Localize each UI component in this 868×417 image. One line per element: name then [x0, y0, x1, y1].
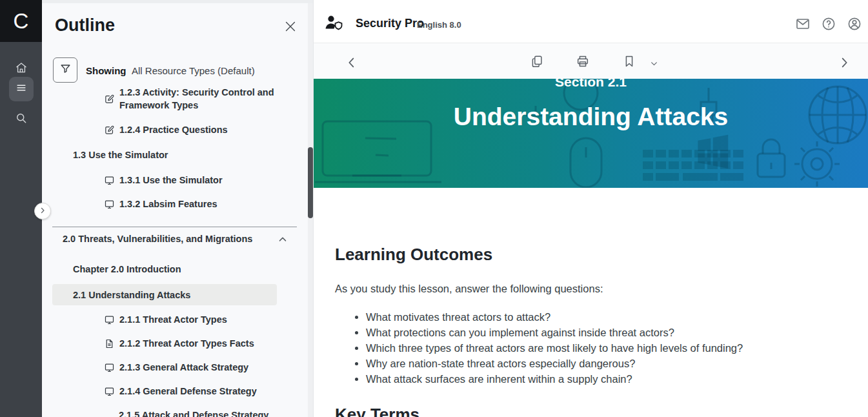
learning-outcomes-heading: Learning Outcomes — [335, 245, 842, 265]
chevron-up-icon — [277, 236, 288, 247]
next-page-button[interactable] — [837, 56, 851, 72]
menu-icon — [15, 81, 28, 97]
outline-item[interactable]: 1.3.2 Labsim Features — [104, 198, 217, 210]
question-item: What attack surfaces are inherent within… — [366, 371, 842, 387]
outline-item-label: 2.1.3 General Attack Strategy — [119, 361, 248, 374]
print-button[interactable] — [576, 54, 590, 71]
mail-button[interactable] — [795, 16, 811, 32]
filter-showing-label: Showing — [86, 65, 126, 76]
outline-item-label: 2.1 Understanding Attacks — [73, 289, 190, 301]
chevron-left-icon — [345, 56, 359, 72]
outline-item-label: 1.3.2 Labsim Features — [119, 198, 217, 210]
account-icon — [847, 23, 862, 34]
outline-item-label: 1.2.4 Practice Questions — [119, 123, 228, 136]
security-pro-icon — [324, 14, 343, 31]
filter-button[interactable] — [53, 57, 77, 83]
print-icon — [576, 54, 590, 71]
mail-icon — [795, 23, 811, 34]
app-window: C Outline — [0, 0, 868, 417]
monitor-icon — [104, 175, 115, 186]
chevron-right-icon — [39, 205, 46, 217]
outline-item-selected[interactable]: 2.1 Understanding Attacks — [73, 289, 190, 301]
course-header: Security Pro English 8.0 — [314, 0, 868, 43]
bookmark-button[interactable] — [622, 54, 636, 71]
outline-item[interactable]: 2.1.3 General Attack Strategy — [104, 361, 248, 374]
outline-section-header[interactable]: 2.0 Threats, Vulnerabilities, and Migrat… — [63, 232, 276, 245]
lesson-intro-text: As you study this lesson, answer the fol… — [335, 283, 842, 295]
close-icon — [283, 25, 298, 36]
help-button[interactable] — [821, 16, 836, 32]
monitor-icon — [104, 314, 115, 325]
monitor-icon — [104, 386, 115, 397]
outline-item-label: 2.1.2 Threat Actor Types Facts — [119, 337, 254, 350]
lesson-toolbar — [314, 43, 868, 79]
lesson-content: Learning Outcomes As you study this less… — [314, 188, 868, 417]
panel-top-strip — [42, 0, 313, 3]
outline-item-label: 1.3 Use the Simulator — [73, 148, 168, 161]
main-content-column: Security Pro English 8.0 — [314, 0, 868, 417]
outline-item[interactable]: 1.3 Use the Simulator — [73, 148, 168, 161]
filter-value[interactable]: All Resource Types (Default) — [132, 65, 255, 76]
brand-logo[interactable]: C — [0, 0, 42, 42]
outline-item-label: 2.1.4 General Defense Strategy — [119, 385, 257, 398]
outline-divider — [52, 227, 297, 227]
account-button[interactable] — [847, 16, 862, 32]
panel-expand-button[interactable] — [34, 203, 51, 219]
close-outline-button[interactable] — [283, 19, 298, 34]
collapse-section-button[interactable] — [277, 234, 288, 245]
question-item: What protections can you implement again… — [366, 325, 842, 340]
outline-item-label: 1.3.1 Use the Simulator — [119, 174, 223, 187]
outline-item[interactable]: Chapter 2.0 Introduction — [73, 263, 181, 276]
edit-icon — [104, 125, 115, 136]
outline-title: Outline — [55, 15, 115, 36]
question-list: What motivates threat actors to attack? … — [335, 309, 842, 387]
search-button[interactable] — [9, 107, 34, 132]
outline-item[interactable]: 2.1.1 Threat Actor Types — [104, 313, 227, 326]
monitor-icon — [104, 362, 115, 373]
outline-item[interactable]: 2.1.5 Attack and Defense Strategy — [119, 409, 268, 417]
chevron-down-icon — [650, 59, 658, 70]
section-banner: Section 2.1 Understanding Attacks — [314, 79, 868, 188]
outline-item-label: 1.2.3 Activity: Security Control and Fra… — [119, 86, 277, 112]
outline-item-label: Chapter 2.0 Introduction — [73, 263, 181, 276]
outline-item-label: 2.0 Threats, Vulnerabilities, and Migrat… — [63, 232, 252, 245]
outline-menu-button[interactable] — [9, 77, 34, 101]
home-icon — [15, 61, 28, 77]
question-item: Which three types of threat actors are m… — [366, 340, 842, 356]
bookmark-menu-button[interactable] — [650, 59, 658, 70]
help-icon — [821, 23, 836, 34]
copy-button[interactable] — [530, 54, 544, 71]
course-title: Security Pro — [356, 17, 424, 30]
outline-item[interactable]: 1.2.3 Activity: Security Control and Fra… — [104, 86, 277, 112]
question-item: What motivates threat actors to attack? — [366, 309, 842, 325]
outline-item[interactable]: 1.2.4 Practice Questions — [104, 123, 228, 136]
outline-item[interactable]: 1.3.1 Use the Simulator — [104, 174, 223, 187]
outline-item[interactable]: 2.1.4 General Defense Strategy — [104, 385, 257, 398]
outline-panel: Outline Showing All Resource Types (Defa… — [42, 0, 314, 417]
edit-icon — [104, 94, 115, 105]
outline-item[interactable]: 2.1.2 Threat Actor Types Facts — [104, 337, 254, 350]
chevron-right-icon — [837, 56, 851, 72]
banner-section-label: Section 2.1 — [314, 79, 868, 89]
outline-scrollbar-thumb[interactable] — [308, 147, 313, 218]
course-edition: English 8.0 — [417, 20, 461, 30]
bookmark-icon — [622, 54, 636, 71]
tech-pattern-graphic — [314, 79, 868, 188]
banner-title: Understanding Attacks — [314, 103, 868, 131]
question-item: Why are nation-state threat actors espec… — [366, 356, 842, 371]
key-terms-heading: Key Terms — [335, 405, 842, 417]
previous-page-button[interactable] — [345, 56, 359, 72]
outline-item-label: 2.1.1 Threat Actor Types — [119, 313, 227, 326]
monitor-icon — [104, 199, 115, 210]
filter-icon — [59, 63, 72, 77]
copy-icon — [530, 54, 544, 71]
outline-item-label: 2.1.5 Attack and Defense Strategy — [119, 409, 268, 417]
search-icon — [15, 112, 28, 127]
document-icon — [104, 338, 115, 349]
